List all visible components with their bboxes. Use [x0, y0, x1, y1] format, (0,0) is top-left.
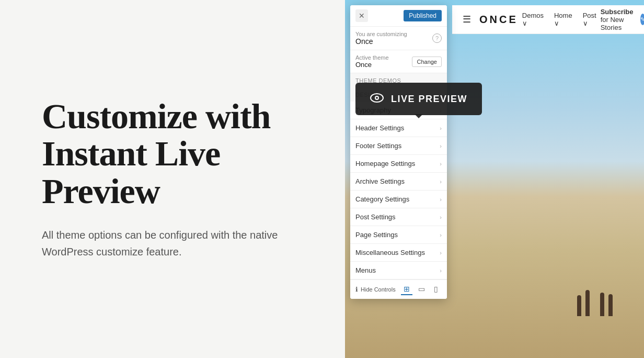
- svg-point-2: [376, 97, 378, 99]
- menu-item-page-settings[interactable]: Page Settings ›: [350, 226, 447, 244]
- chevron-icon: ›: [440, 178, 442, 185]
- close-button[interactable]: ✕: [355, 9, 368, 22]
- nav-post[interactable]: Post ∨: [579, 9, 601, 29]
- theme-preview-header: ☰ ONCE Demos ∨ Home ∨ Post ∨ Subscribe f…: [452, 5, 644, 34]
- menu-item-archive-settings[interactable]: Archive Settings ›: [350, 173, 447, 191]
- menu-item-misc-settings[interactable]: Miscellaneous Settings ›: [350, 244, 447, 262]
- menu-item-homepage-settings[interactable]: Homepage Settings ›: [350, 155, 447, 173]
- once-logo: ONCE: [479, 14, 518, 26]
- menu-item-category-settings[interactable]: Category Settings ›: [350, 191, 447, 208]
- active-theme-name: Once: [355, 61, 389, 69]
- nav-home[interactable]: Home ∨: [550, 9, 577, 29]
- chevron-icon: ›: [440, 232, 442, 238]
- theme-nav: Demos ∨ Home ∨ Post ∨: [518, 9, 601, 29]
- live-preview-label: LIVE PREVIEW: [391, 94, 467, 105]
- menu-item-footer-settings[interactable]: Footer Settings ›: [350, 137, 447, 155]
- footer-device-icons: ⊞ ▭ ▯: [401, 284, 442, 295]
- chevron-icon: ›: [440, 143, 442, 149]
- main-heading: Customize with Instant Live Preview: [42, 98, 303, 210]
- info-icon: ℹ: [355, 286, 358, 293]
- subscribe-text: Subscribe for New Stories: [601, 8, 635, 31]
- live-preview-tooltip: LIVE PREVIEW: [355, 83, 482, 115]
- nav-demos[interactable]: Demos ∨: [518, 9, 548, 29]
- customizer-header: ✕ Published: [350, 5, 447, 27]
- beach-people: [577, 290, 613, 316]
- chevron-icon: ›: [440, 250, 442, 256]
- hamburger-icon[interactable]: ☰: [463, 14, 471, 25]
- customizer-info: You are customizing Once ?: [350, 27, 447, 50]
- active-theme-label: Active theme: [355, 54, 389, 61]
- published-button[interactable]: Published: [404, 10, 442, 21]
- customizing-label: You are customizing: [355, 31, 407, 37]
- menu-item-post-settings[interactable]: Post Settings ›: [350, 208, 447, 226]
- edit-pencil-icon[interactable]: ✎: [640, 14, 644, 25]
- right-section: ☰ ONCE Demos ∨ Home ∨ Post ∨ Subscribe f…: [345, 0, 644, 358]
- hide-controls-button[interactable]: ℹ Hide Controls: [355, 286, 396, 293]
- help-icon[interactable]: ?: [432, 33, 442, 43]
- customizer-panel: ✕ Published You are customizing Once ? A…: [350, 5, 447, 299]
- theme-header-right: Subscribe for New Stories ✎ ENTER YOUR E…: [601, 8, 644, 31]
- chevron-icon: ›: [440, 214, 442, 220]
- chevron-icon: ›: [440, 267, 442, 274]
- change-button[interactable]: Change: [412, 57, 442, 67]
- sub-text: All theme options can be configured with…: [42, 227, 303, 260]
- theme-header-left: ☰ ONCE: [463, 14, 518, 26]
- chevron-icon: ›: [440, 161, 442, 167]
- chevron-icon: ›: [440, 196, 442, 203]
- tablet-icon[interactable]: ▭: [416, 284, 427, 295]
- customizer-footer: ℹ Hide Controls ⊞ ▭ ▯: [350, 279, 447, 299]
- menu-item-menus[interactable]: Menus ›: [350, 262, 447, 279]
- hide-controls-label: Hide Controls: [361, 286, 396, 293]
- left-section: Customize with Instant Live Preview All …: [0, 66, 345, 292]
- active-theme-section: Active theme Once Change: [350, 50, 447, 73]
- chevron-icon: ›: [440, 125, 442, 131]
- desktop-icon[interactable]: ⊞: [401, 284, 412, 295]
- eye-icon: [370, 92, 384, 106]
- menu-item-header-settings[interactable]: Header Settings ›: [350, 119, 447, 137]
- menu-items-list: Typography › Header Settings › Footer Se…: [350, 102, 447, 279]
- customizing-name: Once: [355, 37, 407, 46]
- mobile-icon[interactable]: ▯: [430, 284, 442, 295]
